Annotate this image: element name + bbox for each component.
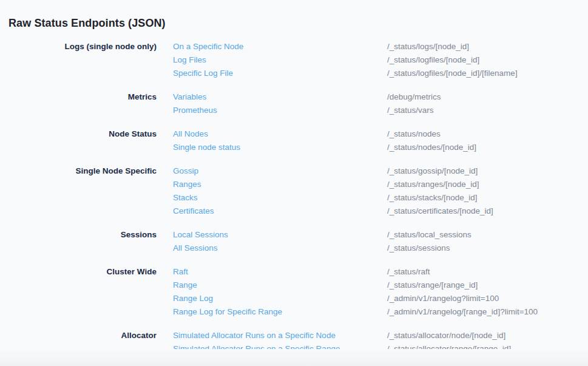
endpoint-path: /_status/logfiles/[node_id]/[filename] xyxy=(387,67,518,80)
endpoint-path: /_admin/v1/rangelog?limit=100 xyxy=(387,292,499,305)
endpoint-link[interactable]: Log Files xyxy=(173,53,387,67)
endpoint-link[interactable]: Range Log xyxy=(173,292,387,305)
endpoint-row: Range Log /_admin/v1/rangelog?limit=100 xyxy=(173,292,538,305)
endpoint-row: On a Specific Node /_status/logs/[node_i… xyxy=(173,40,518,53)
category-label: Logs (single node only) xyxy=(0,40,157,80)
endpoint-path: /_status/allocator/node/[node_id] xyxy=(387,329,505,342)
endpoint-link[interactable]: Prometheus xyxy=(173,104,387,117)
endpoint-row: Range Log for Specific Range /_admin/v1/… xyxy=(173,305,538,319)
endpoint-row: Prometheus /_status/vars xyxy=(173,104,441,117)
endpoint-link[interactable]: Gossip xyxy=(173,164,387,178)
endpoint-sections: Logs (single node only) On a Specific No… xyxy=(0,40,588,356)
category-label: Sessions xyxy=(0,228,157,255)
endpoint-row: Simulated Allocator Runs on a Specific N… xyxy=(173,329,511,342)
endpoint-section-logs: Logs (single node only) On a Specific No… xyxy=(0,40,588,80)
endpoint-path: /_status/stacks/[node_id] xyxy=(387,191,478,205)
endpoint-section-sessions: Sessions Local Sessions /_status/local_s… xyxy=(0,228,588,255)
endpoint-section-metrics: Metrics Variables /debug/metrics Prometh… xyxy=(0,90,588,117)
endpoint-section-single-node: Single Node Specific Gossip /_status/gos… xyxy=(0,164,588,218)
endpoint-path: /_status/sessions xyxy=(387,242,450,255)
endpoint-link[interactable]: Range xyxy=(173,279,387,292)
endpoint-link[interactable]: Raft xyxy=(173,265,387,279)
endpoint-link[interactable]: Range Log for Specific Range xyxy=(173,305,387,319)
endpoint-path: /_status/logfiles/[node_id] xyxy=(387,53,479,67)
endpoint-path: /_status/gossip/[node_id] xyxy=(387,164,478,178)
endpoint-path: /_status/allocator/range/[range_id] xyxy=(387,342,511,356)
endpoint-row: Gossip /_status/gossip/[node_id] xyxy=(173,164,493,178)
endpoint-row: Simulated Allocator Runs on a Specific R… xyxy=(173,342,511,356)
endpoint-row: Specific Log File /_status/logfiles/[nod… xyxy=(173,67,518,80)
endpoint-path: /_status/raft xyxy=(387,265,430,279)
endpoint-path: /_status/local_sessions xyxy=(387,228,471,242)
endpoint-path: /_admin/v1/rangelog/[range_id]?limit=100 xyxy=(387,305,538,319)
endpoint-path: /_status/certificates/[node_id] xyxy=(387,205,493,218)
endpoint-link[interactable]: Certificates xyxy=(173,205,387,218)
endpoint-link[interactable]: Specific Log File xyxy=(173,67,387,80)
category-label: Allocator xyxy=(0,329,157,356)
endpoint-link[interactable]: Simulated Allocator Runs on a Specific R… xyxy=(173,342,387,356)
endpoint-path: /_status/vars xyxy=(387,104,434,117)
endpoint-path: /_status/nodes/[node_id] xyxy=(387,141,476,154)
endpoint-link[interactable]: On a Specific Node xyxy=(173,40,387,53)
endpoint-path: /_status/ranges/[node_id] xyxy=(387,178,479,191)
endpoint-section-allocator: Allocator Simulated Allocator Runs on a … xyxy=(0,329,588,356)
endpoint-section-node-status: Node Status All Nodes /_status/nodes Sin… xyxy=(0,127,588,154)
endpoint-link[interactable]: Simulated Allocator Runs on a Specific N… xyxy=(173,329,387,342)
endpoint-link[interactable]: All Sessions xyxy=(173,242,387,255)
endpoint-link[interactable]: All Nodes xyxy=(173,127,387,141)
endpoint-row: Raft /_status/raft xyxy=(173,265,538,279)
endpoint-link[interactable]: Single node status xyxy=(173,141,387,154)
endpoint-path: /_status/range/[range_id] xyxy=(387,279,478,292)
endpoint-path: /debug/metrics xyxy=(387,90,441,104)
category-label: Metrics xyxy=(0,90,157,117)
endpoint-row: All Nodes /_status/nodes xyxy=(173,127,476,141)
endpoint-section-cluster-wide: Cluster Wide Raft /_status/raft Range /_… xyxy=(0,265,588,319)
endpoint-path: /_status/nodes xyxy=(387,127,441,141)
endpoint-row: Stacks /_status/stacks/[node_id] xyxy=(173,191,493,205)
endpoint-link[interactable]: Ranges xyxy=(173,178,387,191)
category-label: Single Node Specific xyxy=(0,164,157,218)
endpoint-row: Ranges /_status/ranges/[node_id] xyxy=(173,178,493,191)
endpoint-row: Single node status /_status/nodes/[node_… xyxy=(173,141,476,154)
endpoint-link[interactable]: Variables xyxy=(173,90,387,104)
page-title: Raw Status Endpoints (JSON) xyxy=(0,7,588,31)
endpoint-path: /_status/logs/[node_id] xyxy=(387,40,469,53)
endpoint-link[interactable]: Local Sessions xyxy=(173,228,387,242)
endpoint-row: Local Sessions /_status/local_sessions xyxy=(173,228,471,242)
category-label: Node Status xyxy=(0,127,157,154)
endpoint-row: Range /_status/range/[range_id] xyxy=(173,279,538,292)
category-label: Cluster Wide xyxy=(0,265,157,319)
endpoint-row: Log Files /_status/logfiles/[node_id] xyxy=(173,53,518,67)
endpoint-link[interactable]: Stacks xyxy=(173,191,387,205)
endpoint-row: All Sessions /_status/sessions xyxy=(173,242,471,255)
endpoint-row: Certificates /_status/certificates/[node… xyxy=(173,205,493,218)
endpoint-row: Variables /debug/metrics xyxy=(173,90,441,104)
